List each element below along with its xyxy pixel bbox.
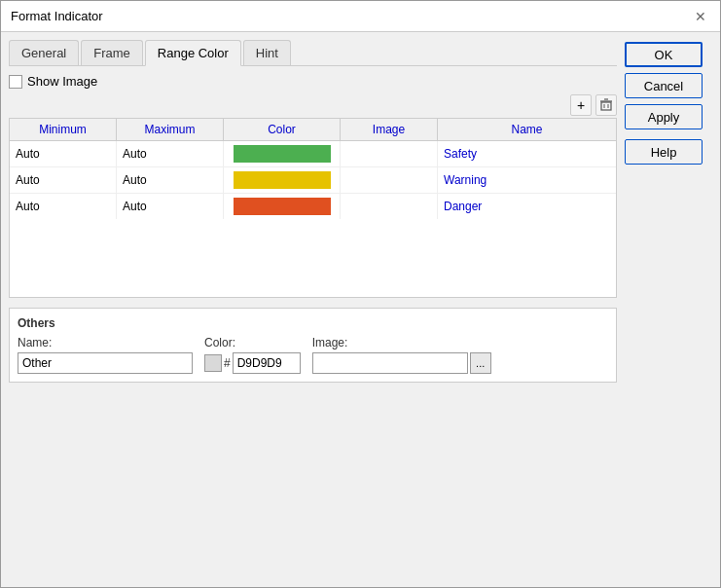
others-title: Others xyxy=(18,316,608,330)
color-field: # xyxy=(204,352,301,374)
dialog-body: General Frame Range Color Hint Show Imag… xyxy=(1,32,720,587)
cancel-button[interactable]: Cancel xyxy=(625,73,703,98)
color-hex-input[interactable] xyxy=(233,352,301,374)
col-maximum: Maximum xyxy=(117,119,224,140)
name-input[interactable] xyxy=(18,352,193,374)
delete-icon xyxy=(599,98,613,112)
cell-max-1: Auto xyxy=(117,141,224,166)
cell-image-2 xyxy=(341,167,438,193)
help-button[interactable]: Help xyxy=(625,139,703,165)
show-image-checkbox[interactable] xyxy=(9,75,22,89)
name-label: Name: xyxy=(18,336,193,349)
table-row[interactable]: Auto Auto Safety xyxy=(10,141,616,167)
table-row[interactable]: Auto Auto Danger xyxy=(10,194,616,219)
right-panel: OK Cancel Apply Help xyxy=(625,40,712,579)
apply-button[interactable]: Apply xyxy=(625,104,703,129)
name-field-group: Name: xyxy=(18,336,193,374)
color-label: Color: xyxy=(204,336,301,349)
format-indicator-dialog: Format Indicator ✕ General Frame Range C… xyxy=(0,0,721,588)
left-panel: General Frame Range Color Hint Show Imag… xyxy=(9,40,617,579)
svg-rect-0 xyxy=(601,102,611,110)
color-preview[interactable] xyxy=(204,354,222,372)
color-field-group: Color: # xyxy=(204,336,301,374)
table-header: Minimum Maximum Color Image Name xyxy=(10,119,616,141)
cell-name-1[interactable]: Safety xyxy=(438,141,616,166)
table-toolbar: + xyxy=(9,94,617,116)
others-section: Others Name: Color: # xyxy=(9,308,617,383)
tab-hint[interactable]: Hint xyxy=(243,40,291,65)
image-field: ... xyxy=(312,352,491,374)
others-fields: Name: Color: # Image: xyxy=(18,336,608,374)
hash-symbol: # xyxy=(224,356,231,370)
image-input[interactable] xyxy=(312,352,468,374)
cell-name-3[interactable]: Danger xyxy=(438,194,616,219)
cell-image-1 xyxy=(341,141,438,166)
tab-bar: General Frame Range Color Hint xyxy=(9,40,617,66)
cell-name-2[interactable]: Warning xyxy=(438,167,616,193)
col-name: Name xyxy=(438,119,616,140)
col-color: Color xyxy=(224,119,341,140)
dialog-title: Format Indicator xyxy=(11,9,103,23)
close-button[interactable]: ✕ xyxy=(691,7,710,26)
ok-button[interactable]: OK xyxy=(625,42,703,67)
color-swatch-1[interactable] xyxy=(234,145,331,163)
cell-color-1 xyxy=(224,141,341,166)
cell-min-2: Auto xyxy=(10,167,117,193)
cell-min-1: Auto xyxy=(10,141,117,166)
cell-image-3 xyxy=(341,194,438,219)
tab-general[interactable]: General xyxy=(9,40,79,65)
tab-range-color[interactable]: Range Color xyxy=(145,40,241,66)
col-image: Image xyxy=(341,119,438,140)
cell-max-3: Auto xyxy=(117,194,224,219)
title-bar: Format Indicator ✕ xyxy=(1,1,720,32)
show-image-label: Show Image xyxy=(27,74,97,89)
color-swatch-2[interactable] xyxy=(234,171,331,189)
show-image-row: Show Image xyxy=(9,74,617,89)
delete-row-button[interactable] xyxy=(595,94,617,116)
browse-button[interactable]: ... xyxy=(470,352,491,374)
cell-min-3: Auto xyxy=(10,194,117,219)
image-field-group: Image: ... xyxy=(312,336,491,374)
tab-frame[interactable]: Frame xyxy=(81,40,143,65)
cell-max-2: Auto xyxy=(117,167,224,193)
color-swatch-3[interactable] xyxy=(234,198,331,215)
table-row[interactable]: Auto Auto Warning xyxy=(10,167,616,194)
add-row-button[interactable]: + xyxy=(570,94,592,116)
col-minimum: Minimum xyxy=(10,119,117,140)
image-label: Image: xyxy=(312,336,491,349)
range-color-table: Minimum Maximum Color Image Name Auto Au… xyxy=(9,118,617,298)
cell-color-3 xyxy=(224,194,341,219)
cell-color-2 xyxy=(224,167,341,193)
